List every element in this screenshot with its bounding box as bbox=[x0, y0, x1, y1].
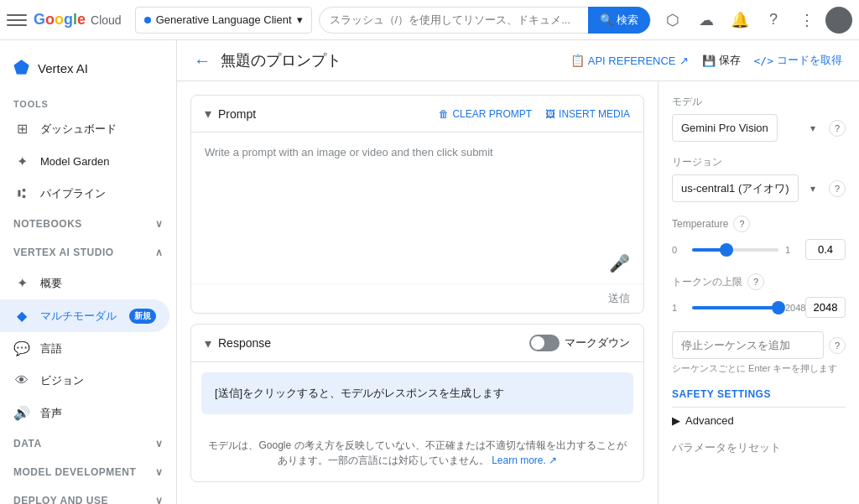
region-help-icon[interactable]: ? bbox=[829, 180, 846, 197]
sidebar-item-pipeline[interactable]: ⑆ パイプライン bbox=[0, 178, 169, 210]
share-icon: ⬡ bbox=[666, 11, 679, 29]
sidebar-item-overview[interactable]: ✦ 概要 bbox=[0, 267, 169, 299]
prompt-collapse-icon[interactable]: ▾ bbox=[205, 106, 211, 122]
model-dev-label: MODEL DEVELOPMENT bbox=[13, 466, 136, 478]
cloud-icon-btn[interactable]: ☁ bbox=[691, 5, 721, 35]
model-dev-chevron: ∨ bbox=[155, 466, 164, 478]
sidebar-item-dashboard[interactable]: ⊞ ダッシュボード bbox=[0, 112, 169, 145]
learn-more-link[interactable]: Learn more. ↗ bbox=[492, 455, 557, 466]
deploy-chevron: ∨ bbox=[155, 495, 164, 504]
overview-icon: ✦ bbox=[13, 275, 30, 291]
response-card: ▾ Response マークダウン [送信]をクリックすると、モデルがレスポンス… bbox=[190, 324, 644, 482]
markdown-toggle-switch[interactable] bbox=[529, 335, 560, 351]
sidebar-item-audio[interactable]: 🔊 音声 bbox=[0, 397, 169, 429]
vertex-studio-label: VERTEX AI STUDIO bbox=[13, 247, 114, 258]
token-help-icon[interactable]: ? bbox=[747, 273, 764, 290]
temperature-slider[interactable] bbox=[692, 248, 778, 252]
learn-more-icon: ↗ bbox=[549, 455, 557, 466]
model-select-row: Gemini Pro Vision Gemini Pro Gemini Ultr… bbox=[672, 114, 846, 142]
get-code-button[interactable]: </> コードを取得 bbox=[754, 53, 842, 68]
center-panel: ▾ Prompt 🗑 CLEAR PROMPT 🖼 INSERT MEDIA bbox=[177, 81, 658, 504]
search-button[interactable]: 🔍 検索 bbox=[588, 7, 650, 34]
tools-section-label: TOOLS bbox=[0, 92, 176, 112]
sidebar-item-multimodal[interactable]: ◆ マルチモーダル 新規 bbox=[0, 299, 169, 332]
safety-settings-link[interactable]: SAFETY SETTINGS bbox=[672, 388, 846, 400]
model-select[interactable]: Gemini Pro Vision Gemini Pro Gemini Ultr… bbox=[672, 114, 778, 142]
stop-sequence-input[interactable] bbox=[672, 331, 824, 359]
temperature-help-icon[interactable]: ? bbox=[733, 216, 750, 232]
project-selector[interactable]: Generative Language Client ▾ bbox=[135, 7, 312, 34]
notifications-btn[interactable]: 🔔 bbox=[725, 5, 755, 35]
temperature-field-group: Temperature ? 0 1 bbox=[672, 216, 846, 260]
clear-prompt-button[interactable]: 🗑 CLEAR PROMPT bbox=[439, 108, 532, 120]
prompt-card: ▾ Prompt 🗑 CLEAR PROMPT 🖼 INSERT MEDIA bbox=[190, 95, 644, 314]
token-label: トークンの上限 bbox=[672, 275, 742, 289]
temperature-slider-row: 0 1 bbox=[672, 239, 846, 260]
code-label: コードを取得 bbox=[777, 53, 842, 68]
stop-hint: シーケンスごとに Enter キーを押します bbox=[672, 362, 846, 375]
vertex-studio-group[interactable]: VERTEX AI STUDIO ∧ bbox=[0, 238, 176, 267]
reset-button[interactable]: パラメータをリセット bbox=[672, 440, 781, 455]
share-icon-btn[interactable]: ⬡ bbox=[658, 5, 688, 35]
save-icon: 💾 bbox=[702, 55, 716, 67]
help-icon: ? bbox=[769, 11, 778, 29]
media-icon: 🖼 bbox=[545, 108, 555, 120]
response-hint: [送信]をクリックすると、モデルがレスポンスを生成します bbox=[215, 387, 504, 399]
prompt-body[interactable]: Write a prompt with an image or video an… bbox=[191, 132, 643, 283]
hamburger-menu[interactable] bbox=[7, 10, 27, 30]
trash-icon: 🗑 bbox=[439, 108, 449, 120]
sidebar-logo-text: Vertex AI bbox=[38, 61, 88, 75]
token-min-label: 1 bbox=[672, 303, 685, 313]
language-icon: 💬 bbox=[13, 340, 30, 356]
insert-media-button[interactable]: 🖼 INSERT MEDIA bbox=[545, 108, 630, 120]
token-track bbox=[692, 306, 778, 309]
sidebar-item-model-garden[interactable]: ✦ Model Garden bbox=[0, 145, 169, 178]
google-cloud-logo[interactable]: Google Cloud bbox=[34, 11, 122, 29]
sidebar: ⬟ Vertex AI TOOLS ⊞ ダッシュボード ✦ Model Gard… bbox=[0, 40, 177, 504]
search-input[interactable] bbox=[330, 13, 581, 26]
help-btn[interactable]: ? bbox=[758, 5, 789, 35]
send-button[interactable]: 送信 bbox=[608, 291, 630, 306]
api-ref-icon: 📋 bbox=[570, 54, 585, 67]
temperature-value-input[interactable] bbox=[805, 239, 846, 260]
response-collapse-icon[interactable]: ▾ bbox=[205, 335, 211, 351]
api-reference-link[interactable]: 📋 API REFERENCE ↗ bbox=[570, 54, 689, 67]
more-btn[interactable]: ⋮ bbox=[792, 5, 822, 35]
notebooks-group[interactable]: NOTEBOOKS ∨ bbox=[0, 210, 176, 238]
sidebar-item-label: 概要 bbox=[40, 276, 156, 291]
disclaimer: モデルは、Google の考え方を反映していない、不正確または不適切な情報を出力… bbox=[191, 424, 643, 481]
sidebar-item-label: マルチモーダル bbox=[40, 309, 119, 324]
model-dev-group[interactable]: MODEL DEVELOPMENT ∨ bbox=[0, 458, 176, 486]
token-slider[interactable] bbox=[692, 306, 778, 309]
send-area: 送信 bbox=[191, 283, 643, 313]
nav-icons: ⬡ ☁ 🔔 ? ⋮ bbox=[658, 5, 852, 35]
token-slider-row: 1 2048 bbox=[672, 297, 846, 318]
sidebar-item-label: 言語 bbox=[40, 341, 156, 356]
page-title: 無題のプロンプト bbox=[221, 50, 560, 70]
project-name: Generative Language Client bbox=[156, 13, 292, 26]
data-group[interactable]: DATA ∨ bbox=[0, 429, 176, 458]
token-max-label: 2048 bbox=[785, 303, 799, 313]
sidebar-item-language[interactable]: 💬 言語 bbox=[0, 332, 169, 365]
region-select[interactable]: us-central1 (アイオワ) us-east1 europe-west1 bbox=[672, 174, 799, 202]
save-button[interactable]: 💾 保存 bbox=[702, 53, 741, 68]
insert-media-label: INSERT MEDIA bbox=[559, 108, 630, 120]
advanced-row[interactable]: ▶ Advanced bbox=[672, 407, 846, 434]
microphone-icon[interactable]: 🎤 bbox=[609, 253, 630, 273]
model-help-icon[interactable]: ? bbox=[829, 120, 846, 137]
deploy-group[interactable]: DEPLOY AND USE ∨ bbox=[0, 486, 176, 504]
back-button[interactable]: ← bbox=[194, 51, 211, 70]
response-body: [送信]をクリックすると、モデルがレスポンスを生成します bbox=[201, 372, 633, 414]
prompt-card-actions: 🗑 CLEAR PROMPT 🖼 INSERT MEDIA bbox=[439, 108, 630, 120]
sidebar-item-label: パイプライン bbox=[40, 186, 156, 201]
api-ref-label: API REFERENCE bbox=[588, 55, 676, 67]
prompt-placeholder: Write a prompt with an image or video an… bbox=[205, 146, 630, 158]
prompt-card-header: ▾ Prompt 🗑 CLEAR PROMPT 🖼 INSERT MEDIA bbox=[191, 96, 643, 132]
stop-help-icon[interactable]: ? bbox=[829, 337, 846, 354]
avatar[interactable] bbox=[825, 7, 852, 34]
token-value-input[interactable] bbox=[805, 297, 846, 318]
sidebar-item-vision[interactable]: 👁 ビジョン bbox=[0, 365, 169, 397]
advanced-label: Advanced bbox=[685, 414, 734, 427]
response-card-title: Response bbox=[218, 336, 523, 350]
cloud-upload-icon: ☁ bbox=[699, 11, 714, 29]
